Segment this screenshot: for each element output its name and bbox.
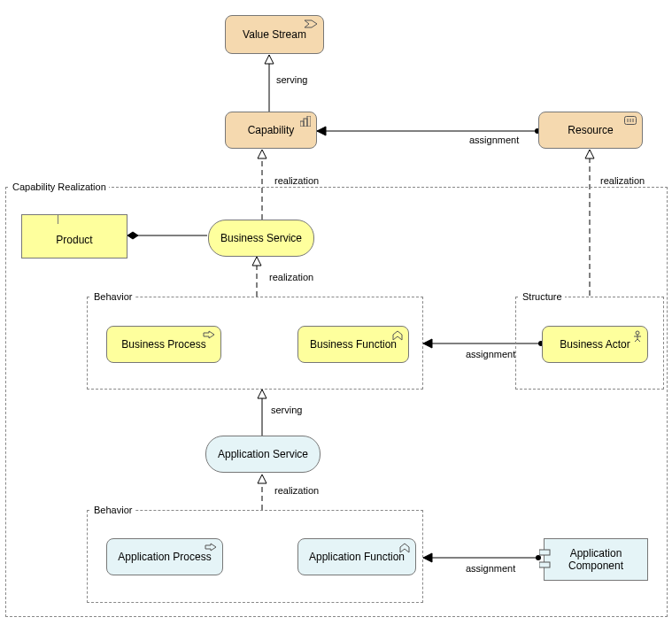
value-stream-node[interactable]: Value Stream [225, 15, 324, 54]
svg-line-21 [635, 339, 637, 342]
serving-label-1: serving [274, 74, 309, 85]
application-process-node[interactable]: Application Process [106, 538, 223, 575]
application-service-label: Application Service [218, 448, 308, 460]
process-icon [203, 330, 215, 339]
assignment-label-1: assignment [467, 135, 521, 145]
value-stream-icon [304, 19, 318, 28]
behavior-group-1-label: Behavior [91, 291, 135, 302]
capability-node[interactable]: Capability [225, 112, 317, 149]
svg-rect-23 [539, 550, 550, 555]
application-process-label: Application Process [118, 551, 211, 563]
actor-icon [633, 330, 642, 343]
product-label: Product [56, 227, 92, 246]
svg-rect-12 [304, 119, 307, 127]
svg-line-22 [637, 339, 640, 342]
svg-rect-24 [539, 562, 550, 567]
svg-rect-13 [307, 116, 311, 127]
product-tab-icon [21, 214, 58, 224]
resource-node[interactable]: Resource [538, 112, 643, 149]
product-node[interactable]: Product [21, 214, 127, 258]
process-icon [205, 543, 217, 552]
business-function-label: Business Function [310, 338, 397, 351]
structure-group-label: Structure [520, 291, 565, 302]
business-actor-node[interactable]: Business Actor [542, 326, 648, 363]
svg-rect-11 [300, 121, 304, 127]
function-icon [399, 543, 410, 553]
behavior-group-2-label: Behavior [91, 505, 135, 515]
application-service-node[interactable]: Application Service [205, 436, 321, 473]
business-process-label: Business Process [121, 338, 205, 351]
business-actor-label: Business Actor [560, 338, 630, 351]
business-service-label: Business Service [220, 232, 302, 244]
component-icon [539, 548, 552, 573]
application-function-label: Application Function [309, 551, 405, 563]
application-function-node[interactable]: Application Function [297, 538, 416, 575]
application-component-node[interactable]: Application Component [544, 538, 648, 581]
value-stream-label: Value Stream [243, 28, 306, 41]
realization-label-1: realization [273, 175, 321, 186]
capability-realization-group-label: Capability Realization [10, 181, 109, 192]
capability-label: Capability [248, 124, 295, 136]
function-icon [392, 330, 403, 341]
resource-icon [624, 116, 637, 125]
business-process-node[interactable]: Business Process [106, 326, 221, 363]
svg-point-18 [636, 331, 639, 335]
realization-label-2: realization [599, 175, 646, 186]
application-component-label: Application Component [568, 547, 623, 573]
business-service-node[interactable]: Business Service [208, 220, 314, 257]
capability-icon [300, 116, 311, 127]
resource-label: Resource [568, 124, 613, 136]
business-function-node[interactable]: Business Function [297, 326, 409, 363]
